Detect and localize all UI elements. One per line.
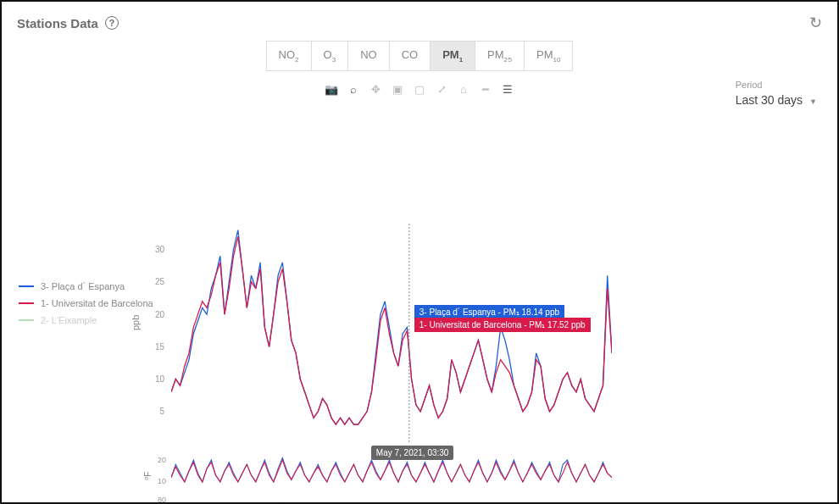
- tab-O3[interactable]: O3: [311, 41, 348, 71]
- tab-PM2 5[interactable]: PM2 5: [475, 41, 524, 71]
- chart-area[interactable]: ppb 51015202530 3- Plaça d´ Espanya - PM…: [171, 224, 612, 504]
- legend-label: 1- Universitat de Barcelona: [41, 298, 153, 308]
- legend-label: 3- Plaça d´ Espanya: [41, 281, 125, 291]
- title-text: Stations Data: [17, 16, 98, 30]
- legend-label: 2- L'Eixample: [41, 315, 97, 325]
- pollutant-tabs: NO2O3NOCOPM1PM2 5PM10: [2, 41, 837, 71]
- tab-PM1[interactable]: PM1: [430, 41, 475, 71]
- tab-NO2[interactable]: NO2: [266, 41, 311, 71]
- tab-PM10[interactable]: PM10: [524, 41, 573, 71]
- tab-NO[interactable]: NO: [347, 41, 389, 71]
- legend-swatch: [19, 285, 34, 287]
- legend-item[interactable]: 3- Plaça d´ Espanya: [19, 281, 153, 291]
- series-line: [171, 460, 612, 482]
- y-tick: 5: [159, 407, 164, 416]
- sub-plot-RH %[interactable]: RH %20406080: [171, 498, 612, 504]
- y-tick: 15: [155, 341, 164, 351]
- zoom-icon[interactable]: ⌕: [347, 83, 360, 97]
- series-tooltip: 3- Plaça d´ Espanya - PM₁ 18.14 ppb: [414, 305, 564, 319]
- modebar: 📷⌕✥▣▢⤢⌂━☰: [2, 83, 837, 97]
- refresh-icon[interactable]: ↻: [809, 14, 822, 32]
- autoscale-icon[interactable]: ⤢: [435, 83, 448, 97]
- home-icon[interactable]: ⌂: [457, 83, 470, 97]
- y-tick: 25: [155, 277, 164, 286]
- y-tick: 10: [155, 374, 164, 384]
- zoom-out-icon[interactable]: ▢: [413, 83, 426, 97]
- spike-icon[interactable]: ━: [479, 83, 492, 97]
- y-tick: 20: [155, 309, 164, 318]
- y-tick: 10: [158, 477, 166, 485]
- tab-CO[interactable]: CO: [389, 41, 431, 71]
- legend-swatch: [19, 319, 34, 321]
- legend-item[interactable]: 1- Universitat de Barcelona: [19, 298, 153, 308]
- camera-icon[interactable]: 📷: [325, 83, 338, 97]
- period-label: Period: [736, 80, 817, 90]
- main-plot[interactable]: ppb 51015202530 3- Plaça d´ Espanya - PM…: [171, 224, 612, 444]
- zoom-in-icon[interactable]: ▣: [391, 83, 404, 97]
- sub-plot-ºF[interactable]: ºF1020: [171, 456, 612, 486]
- compare-icon[interactable]: ☰: [501, 83, 514, 97]
- y-tick: 30: [155, 245, 164, 254]
- series-tooltip: 1- Universitat de Barcelona - PM₁ 17.52 …: [414, 318, 591, 332]
- y-tick: 80: [158, 496, 166, 504]
- y-tick: 20: [158, 456, 166, 464]
- pan-icon[interactable]: ✥: [369, 83, 382, 97]
- panel-title: Stations Data ?: [17, 16, 119, 30]
- y-axis: 51015202530: [137, 224, 171, 444]
- legend-swatch: [19, 302, 34, 304]
- help-icon[interactable]: ?: [105, 16, 119, 30]
